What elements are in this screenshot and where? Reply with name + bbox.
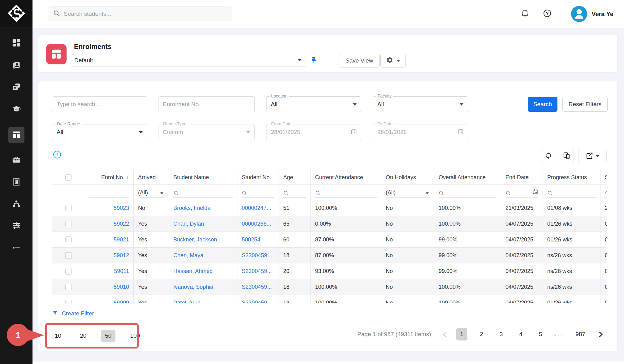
col-enrol-no[interactable]: Enrol No.↓: [85, 170, 134, 184]
student-no-link[interactable]: 00000266...: [242, 221, 271, 227]
end-date-column-filter[interactable]: [505, 187, 538, 198]
info-icon[interactable]: !: [53, 151, 61, 158]
enrol-no-link[interactable]: 59022: [114, 221, 129, 227]
notifications-button[interactable]: [518, 7, 532, 21]
student-name-link[interactable]: Patel, Arun: [173, 300, 201, 303]
sidebar-item-staff[interactable]: [12, 156, 21, 165]
row-checkbox[interactable]: [65, 221, 72, 227]
enrol-no-link[interactable]: 59009: [114, 300, 129, 303]
calendar-icon[interactable]: [350, 128, 357, 136]
faculty-dropdown[interactable]: Faculty All: [373, 96, 468, 112]
app-logo[interactable]: [0, 0, 32, 28]
col-current-attendance[interactable]: Current Attendance: [311, 170, 381, 184]
enrol-no-link[interactable]: 59011: [114, 268, 129, 275]
col-on-holidays[interactable]: On Holidays: [381, 170, 434, 184]
table-row[interactable]: 59012 Yes Chen, Maya S2300459... 18 87.0…: [52, 248, 607, 263]
student-name-link[interactable]: Chan, Dylan: [173, 221, 204, 227]
row-checkbox[interactable]: [65, 300, 72, 303]
current-attendance-column-filter[interactable]: [315, 187, 377, 198]
export-button[interactable]: [578, 149, 607, 163]
page-4[interactable]: 4: [515, 328, 526, 340]
enrolment-no-input[interactable]: Enrolment No.: [158, 96, 255, 112]
student-no-link[interactable]: S2300459...: [242, 252, 272, 259]
view-settings-button[interactable]: [380, 54, 406, 67]
sidebar-item-finance[interactable]: $: [12, 178, 21, 187]
sidebar-item-truncated[interactable]: [12, 244, 21, 253]
page-2[interactable]: 2: [476, 328, 487, 340]
create-filter-link[interactable]: Create Filter: [62, 310, 94, 317]
calendar-icon[interactable]: [532, 188, 538, 196]
student-no-link[interactable]: 500254: [242, 236, 260, 243]
col-truncated[interactable]: S: [600, 170, 607, 184]
student-name-link[interactable]: Buckner, Jackson: [173, 236, 217, 243]
search-button[interactable]: Search: [528, 97, 557, 112]
page-3[interactable]: 3: [496, 328, 507, 340]
enrol-no-link[interactable]: 59012: [114, 252, 129, 259]
row-checkbox[interactable]: [65, 268, 72, 275]
table-row[interactable]: 59021 Yes Buckner, Jackson 500254 60 87.…: [52, 232, 607, 248]
sidebar-item-contacts[interactable]: [12, 61, 21, 70]
sidebar-item-enrolments-active[interactable]: [8, 127, 24, 143]
enrol-no-link[interactable]: 59023: [114, 205, 129, 211]
row-checkbox[interactable]: [65, 284, 72, 290]
enrol-no-link[interactable]: 59021: [114, 236, 129, 243]
truncated-column-filter[interactable]: [605, 187, 607, 198]
sidebar-item-documents[interactable]: [12, 83, 21, 92]
student-name-link[interactable]: Hassan, Ahmed: [173, 268, 213, 275]
on-holidays-column-filter[interactable]: (All): [386, 187, 430, 198]
reset-filters-button[interactable]: Reset Filters: [562, 97, 608, 112]
arrived-column-filter[interactable]: (All): [138, 187, 164, 198]
sidebar-item-settings[interactable]: [12, 222, 21, 231]
student-name-column-filter[interactable]: [173, 187, 233, 198]
age-column-filter[interactable]: [283, 187, 306, 198]
page-size-20[interactable]: 20: [76, 330, 90, 342]
student-no-link[interactable]: S2300459...: [242, 268, 272, 275]
col-age[interactable]: Age: [279, 170, 311, 184]
table-row[interactable]: 59022 Yes Chan, Dylan 00000266... 65 0.0…: [52, 216, 607, 232]
next-page-icon[interactable]: [597, 332, 602, 337]
table-row[interactable]: 59023 No Brooks, Imelda 00000247... 51 1…: [52, 200, 607, 216]
help-button[interactable]: ?: [540, 7, 554, 21]
col-overall-attendance[interactable]: Overall Attendance: [434, 170, 501, 184]
enrol-no-column-filter[interactable]: [89, 187, 129, 198]
to-date-input[interactable]: To Date 28/01/2025: [373, 124, 468, 140]
view-selector-dropdown[interactable]: Default: [71, 54, 306, 67]
student-name-link[interactable]: Brooks, Imelda: [173, 205, 210, 211]
student-no-column-filter[interactable]: [242, 187, 274, 198]
sidebar-item-pathways[interactable]: [12, 200, 21, 209]
date-range-dropdown[interactable]: Date Range All: [52, 124, 147, 140]
sidebar-item-dashboard[interactable]: [12, 39, 21, 48]
page-size-100[interactable]: 100: [126, 330, 144, 342]
select-all-checkbox[interactable]: [65, 174, 72, 181]
location-dropdown[interactable]: Location All: [266, 96, 361, 112]
page-1-current[interactable]: 1: [456, 328, 468, 340]
page-size-10[interactable]: 10: [51, 330, 65, 342]
page-last[interactable]: 987: [571, 328, 589, 340]
table-row[interactable]: 59011 Yes Hassan, Ahmed S2300459... 20 9…: [52, 263, 607, 279]
from-date-input[interactable]: From Date 28/01/2025: [266, 124, 361, 140]
row-checkbox[interactable]: [65, 252, 72, 259]
student-name-link[interactable]: Chen, Maya: [173, 252, 203, 259]
table-row[interactable]: 59009 Yes Patel, Arun S2300459... 19 100…: [52, 295, 607, 303]
col-arrived[interactable]: Arrived: [134, 170, 169, 184]
quick-search-input[interactable]: Type to search...: [52, 96, 147, 112]
student-no-link[interactable]: S2300459...: [242, 300, 272, 303]
save-view-button[interactable]: Save View: [339, 54, 380, 67]
student-no-link[interactable]: S2300459...: [242, 284, 272, 290]
table-row[interactable]: 59010 Yes Ivanova, Sophia S2300459... 18…: [52, 279, 607, 295]
calendar-icon[interactable]: [457, 128, 464, 136]
student-no-link[interactable]: 00000247...: [242, 205, 271, 211]
col-student-name[interactable]: Student Name: [169, 170, 237, 184]
sidebar-item-courses[interactable]: [12, 105, 21, 114]
range-type-dropdown[interactable]: Range Type Custom: [158, 124, 255, 140]
overall-attendance-column-filter[interactable]: [439, 187, 496, 198]
global-search-input[interactable]: Search students...: [48, 6, 232, 21]
user-name[interactable]: Vera Ye: [592, 11, 613, 18]
column-chooser-button[interactable]: [560, 149, 574, 163]
row-checkbox[interactable]: [65, 205, 72, 211]
col-end-date[interactable]: End Date: [501, 170, 543, 184]
col-student-no[interactable]: Student No.: [237, 170, 279, 184]
page-size-50-selected[interactable]: 50: [101, 330, 115, 342]
page-5[interactable]: 5: [535, 328, 546, 340]
pin-view-button[interactable]: [310, 56, 318, 66]
